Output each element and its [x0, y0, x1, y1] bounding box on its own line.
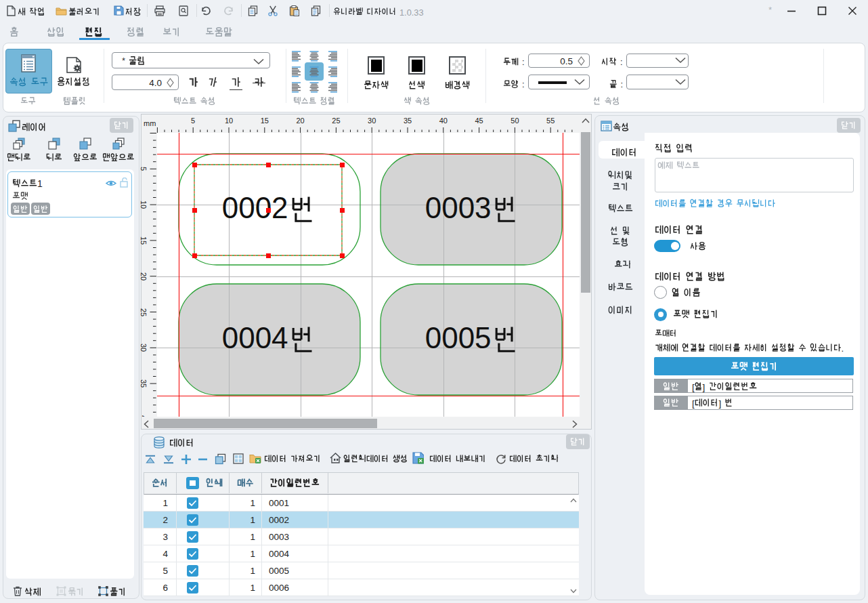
svg-text:]: ] [703, 381, 706, 392]
svg-text::: : [522, 79, 525, 89]
svg-text::: : [620, 79, 623, 89]
svg-text:[: [ [692, 398, 695, 409]
svg-text:1: 1 [37, 178, 43, 189]
svg-text::: : [620, 57, 623, 67]
svg-text:]: ] [718, 398, 721, 409]
svg-text:.: . [842, 343, 844, 353]
svg-text::: : [522, 57, 525, 67]
svg-text:[: [ [692, 381, 695, 392]
